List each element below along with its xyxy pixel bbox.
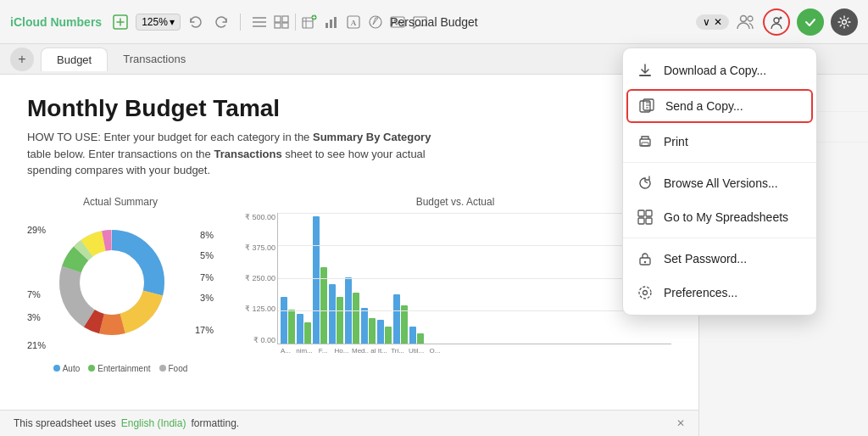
menu-goto-spreadsheets[interactable]: Go to My Spreadsheets bbox=[623, 200, 816, 234]
add-sheet-icon[interactable] bbox=[110, 12, 131, 32]
donut-label-8: 8% bbox=[200, 230, 214, 240]
notification-close-button[interactable]: ✕ bbox=[676, 417, 685, 429]
app-logo: iCloud Numbers bbox=[10, 15, 102, 29]
svg-rect-45 bbox=[646, 210, 652, 216]
done-button[interactable] bbox=[797, 8, 824, 36]
tab-budget[interactable]: Budget bbox=[41, 48, 108, 71]
x-axis-labels: A... nim... F... Ho... Med... al It... T… bbox=[277, 347, 671, 355]
menu-preferences[interactable]: Preferences... bbox=[623, 276, 816, 310]
preferences-icon bbox=[637, 284, 654, 301]
bar-group-8 bbox=[393, 294, 408, 344]
svg-rect-12 bbox=[326, 23, 328, 28]
collaborator-icon[interactable] bbox=[736, 12, 756, 32]
chart-icon[interactable] bbox=[321, 12, 342, 32]
tab-transactions[interactable]: Transactions bbox=[108, 48, 201, 70]
x-label-6: al It... bbox=[370, 347, 387, 355]
svg-rect-47 bbox=[646, 218, 652, 224]
svg-text:A: A bbox=[351, 19, 357, 27]
table-icon[interactable] bbox=[271, 12, 292, 32]
menu-divider-1 bbox=[623, 162, 816, 163]
notification-bar: This spreadsheet uses English (India) fo… bbox=[0, 410, 698, 436]
x-label-7: Tri... bbox=[389, 347, 406, 355]
top-toolbar: iCloud Numbers 125% ▾ bbox=[0, 0, 868, 44]
svg-point-25 bbox=[843, 20, 847, 24]
bar-group-9 bbox=[409, 327, 424, 344]
menu-set-password-label: Set Password... bbox=[664, 252, 747, 266]
legend-entertainment: Entertainment bbox=[88, 364, 150, 373]
y-axis-labels: ₹ 500.00 ₹ 375.00 ₹ 250.00 ₹ 125.00 ₹ 0.… bbox=[236, 213, 275, 344]
menu-print[interactable]: Print bbox=[623, 125, 816, 159]
menu-browse-versions[interactable]: Browse All Versions... bbox=[623, 166, 816, 200]
bar-group-2 bbox=[297, 314, 311, 344]
bar-chart-title: Budget vs. Actual bbox=[239, 196, 671, 208]
svg-point-50 bbox=[643, 291, 648, 295]
actual-summary-title: Actual Summary bbox=[27, 196, 214, 208]
toolbar-right: ∨ ✕ bbox=[696, 8, 858, 36]
share-button[interactable] bbox=[763, 8, 790, 36]
goto-spreadsheets-icon bbox=[637, 209, 654, 226]
menu-set-password[interactable]: Set Password... bbox=[623, 242, 816, 276]
bar-4-blue bbox=[329, 284, 336, 344]
svg-point-51 bbox=[639, 287, 651, 299]
menu-download[interactable]: Download a Copy... bbox=[623, 53, 816, 87]
undo-button[interactable] bbox=[186, 12, 206, 32]
text-icon[interactable]: A bbox=[343, 12, 364, 32]
document-title: Personal Budget bbox=[390, 15, 478, 29]
language-link[interactable]: English (India) bbox=[121, 417, 186, 429]
x-label-4: Ho... bbox=[333, 347, 350, 355]
bar-group-4 bbox=[329, 284, 343, 344]
menu-download-label: Download a Copy... bbox=[664, 64, 766, 77]
menu-print-label: Print bbox=[664, 135, 688, 148]
redo-button[interactable] bbox=[211, 12, 231, 32]
svg-point-20 bbox=[741, 15, 747, 21]
svg-rect-36 bbox=[639, 75, 651, 76]
charts-row: Actual Summary 29% 7% 3% 21% bbox=[27, 196, 671, 373]
menu-send-copy[interactable]: Send a Copy... bbox=[626, 89, 813, 123]
bar-2-green bbox=[304, 322, 311, 344]
bar-3-blue bbox=[313, 216, 320, 344]
legend-dot-auto bbox=[53, 365, 60, 372]
shape-icon[interactable] bbox=[365, 12, 386, 32]
chart-legend: Auto Entertainment Food bbox=[27, 364, 214, 373]
collapse-button[interactable]: ∨ ✕ bbox=[696, 14, 729, 30]
bar-1-green bbox=[288, 310, 295, 344]
svg-rect-46 bbox=[638, 218, 644, 224]
legend-auto: Auto bbox=[53, 364, 81, 373]
bar-group-3 bbox=[313, 216, 327, 344]
sheet-area: Monthly Budget Tamal HOW TO USE: Enter y… bbox=[0, 75, 698, 436]
svg-point-22 bbox=[774, 18, 779, 23]
svg-rect-5 bbox=[282, 16, 288, 22]
bar-6-green bbox=[369, 318, 376, 344]
download-icon bbox=[637, 62, 654, 79]
zoom-selector[interactable]: 125% ▾ bbox=[136, 14, 181, 31]
list-view-icon[interactable] bbox=[249, 12, 270, 32]
menu-divider-2 bbox=[623, 238, 816, 238]
dropdown-menu: Download a Copy... Send a Copy... Print … bbox=[622, 48, 817, 316]
bar-group-6 bbox=[361, 308, 376, 344]
bar-2-blue bbox=[297, 314, 303, 344]
bar-group-1 bbox=[281, 297, 295, 344]
x-label-3: F... bbox=[314, 347, 331, 355]
svg-rect-7 bbox=[282, 23, 288, 28]
svg-point-21 bbox=[748, 16, 753, 21]
bar-1-blue bbox=[281, 297, 287, 344]
add-sheet-button[interactable]: + bbox=[10, 48, 34, 71]
bar-9-green bbox=[417, 333, 424, 344]
sheet-description: HOW TO USE: Enter your budget for each c… bbox=[27, 129, 451, 179]
add-table-icon[interactable] bbox=[299, 12, 320, 32]
bar-5-green bbox=[353, 293, 359, 344]
bar-7-blue bbox=[377, 320, 384, 344]
menu-browse-versions-label: Browse All Versions... bbox=[664, 176, 778, 190]
donut-label-7: 7% bbox=[27, 289, 41, 299]
donut-label-3b: 3% bbox=[200, 293, 214, 303]
legend-dot-food bbox=[159, 365, 166, 372]
browse-versions-icon bbox=[637, 175, 654, 192]
menu-preferences-label: Preferences... bbox=[664, 286, 737, 299]
set-password-icon bbox=[637, 250, 654, 267]
donut-label-17: 17% bbox=[195, 325, 214, 335]
bar-4-green bbox=[337, 297, 343, 344]
svg-rect-13 bbox=[330, 20, 332, 28]
settings-button[interactable] bbox=[831, 8, 858, 36]
donut-label-29: 29% bbox=[27, 225, 46, 235]
menu-goto-spreadsheets-label: Go to My Spreadsheets bbox=[664, 210, 788, 224]
